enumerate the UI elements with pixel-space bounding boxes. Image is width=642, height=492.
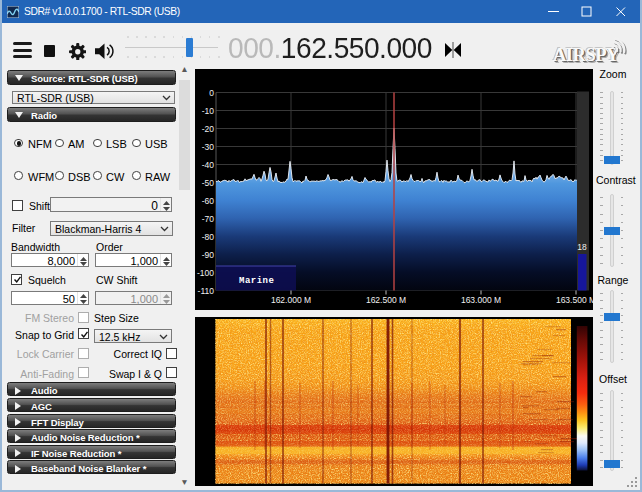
svg-text:-90: -90 <box>202 250 215 260</box>
svg-text:163.500 M: 163.500 M <box>556 295 593 305</box>
svg-text:0: 0 <box>209 88 214 98</box>
svg-text:AIRSPY: AIRSPY <box>553 45 620 65</box>
svg-text:-10: -10 <box>202 106 215 116</box>
svg-text:-100: -100 <box>197 268 214 278</box>
svg-text:-40: -40 <box>202 160 215 170</box>
svg-text:Marine: Marine <box>239 276 274 286</box>
svg-text:162.500 M: 162.500 M <box>366 295 406 305</box>
svg-text:-50: -50 <box>202 178 215 188</box>
svg-text:-70: -70 <box>202 214 215 224</box>
svg-text:162.000 M: 162.000 M <box>271 295 311 305</box>
svg-text:-30: -30 <box>202 142 215 152</box>
svg-text:-60: -60 <box>202 196 215 206</box>
svg-text:18: 18 <box>577 242 587 252</box>
svg-text:163.000 M: 163.000 M <box>461 295 501 305</box>
svg-text:-110: -110 <box>198 286 215 296</box>
svg-text:-80: -80 <box>202 232 215 242</box>
svg-text:-20: -20 <box>202 124 215 134</box>
